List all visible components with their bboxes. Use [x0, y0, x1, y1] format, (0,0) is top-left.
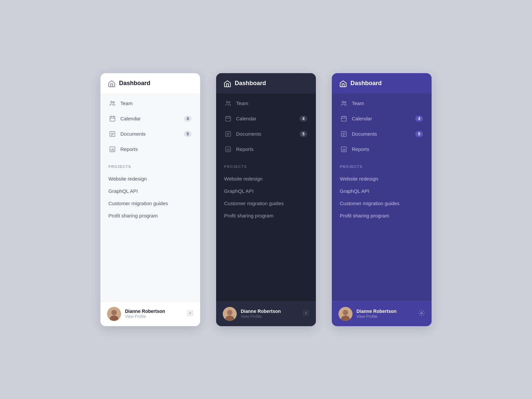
card-body-dark: Team Calendar 4	[216, 93, 316, 326]
nav-item-calendar-light[interactable]: Calendar 4	[104, 111, 196, 126]
calendar-icon-light	[109, 115, 116, 122]
svg-point-35	[305, 312, 307, 314]
nav-item-documents-light[interactable]: Documents 5	[104, 127, 196, 141]
nav-item-team-purple[interactable]: Team	[336, 96, 428, 111]
svg-point-51	[343, 310, 348, 315]
projects-section-dark: PROJECTS Website redesign GraphQL API Cu…	[216, 159, 316, 226]
projects-label-purple: PROJECTS	[340, 165, 424, 169]
nav-item-documents-purple[interactable]: Documents 5	[336, 127, 428, 141]
user-info-purple: Dianne Robertson View Profile	[356, 309, 414, 319]
calendar-label-dark: Calendar	[236, 116, 295, 121]
nav-item-calendar-dark[interactable]: Calendar 4	[220, 111, 312, 126]
svg-point-15	[111, 310, 117, 315]
svg-point-18	[226, 101, 228, 103]
svg-rect-20	[226, 116, 231, 121]
home-icon-purple	[339, 80, 346, 86]
documents-badge-dark: 5	[300, 131, 307, 137]
documents-label-dark: Documents	[236, 131, 295, 137]
calendar-badge-light: 4	[184, 116, 192, 122]
project-item-0-dark[interactable]: Website redesign	[224, 173, 308, 185]
project-item-3-dark[interactable]: Profit sharing program	[224, 209, 308, 222]
calendar-label-purple: Calendar	[352, 116, 411, 121]
nav-list-dark: Team Calendar 4	[216, 93, 316, 159]
spacer-light	[100, 226, 200, 301]
dashboard-item-dark[interactable]: Dashboard	[216, 73, 316, 93]
calendar-icon-purple	[340, 115, 347, 122]
svg-point-17	[190, 312, 191, 314]
nav-item-reports-dark[interactable]: Reports	[220, 142, 312, 157]
nav-item-calendar-purple[interactable]: Calendar 4	[336, 111, 428, 126]
svg-point-53	[421, 312, 423, 314]
footer-purple: Dianne Robertson View Profile	[332, 301, 432, 326]
user-info-dark: Dianne Robertson View Profile	[241, 309, 299, 319]
user-name-purple: Dianne Robertson	[356, 309, 414, 314]
nav-list-light: Team Calendar 4	[100, 93, 200, 159]
svg-point-36	[342, 101, 344, 103]
team-label-light: Team	[120, 100, 192, 106]
documents-icon-dark	[225, 131, 231, 137]
project-item-1-dark[interactable]: GraphQL API	[224, 185, 308, 197]
page-wrapper: Dashboard Team	[80, 53, 452, 346]
user-sub-purple[interactable]: View Profile	[356, 314, 414, 319]
home-icon-dark	[223, 80, 230, 86]
gear-icon-light[interactable]	[187, 310, 194, 318]
calendar-badge-dark: 4	[300, 116, 307, 122]
svg-rect-42	[341, 131, 346, 136]
project-item-2-purple[interactable]: Customer migration guides	[340, 197, 424, 209]
nav-item-reports-purple[interactable]: Reports	[336, 142, 428, 157]
reports-icon-purple	[340, 146, 347, 153]
project-item-2-dark[interactable]: Customer migration guides	[224, 197, 308, 209]
projects-section-light: PROJECTS Website redesign GraphQL API Cu…	[100, 159, 200, 226]
reports-icon-light	[109, 146, 116, 153]
avatar-purple	[338, 307, 352, 321]
team-icon-dark	[225, 100, 231, 107]
nav-list-purple: Team Calendar 4	[332, 93, 432, 159]
gear-icon-purple[interactable]	[418, 310, 425, 318]
svg-point-0	[111, 101, 112, 103]
project-item-1-light[interactable]: GraphQL API	[108, 185, 192, 197]
spacer-dark	[216, 226, 316, 301]
dashboard-item-light[interactable]: Dashboard	[100, 73, 200, 93]
user-info-light: Dianne Robertson View Profile	[125, 309, 183, 319]
nav-item-documents-dark[interactable]: Documents 5	[220, 127, 312, 141]
projects-label-dark: PROJECTS	[224, 165, 308, 169]
avatar-light	[107, 307, 121, 321]
documents-icon-light	[109, 131, 116, 137]
project-item-0-purple[interactable]: Website redesign	[340, 173, 424, 185]
team-label-dark: Team	[236, 100, 307, 106]
documents-label-light: Documents	[120, 131, 179, 137]
project-item-3-purple[interactable]: Profit sharing program	[340, 209, 424, 222]
team-label-purple: Team	[352, 100, 423, 106]
nav-item-team-light[interactable]: Team	[104, 96, 196, 111]
documents-icon-purple	[340, 131, 347, 137]
footer-light: Dianne Robertson View Profile	[100, 301, 200, 326]
nav-item-reports-light[interactable]: Reports	[104, 142, 196, 157]
projects-label-light: PROJECTS	[108, 165, 192, 169]
calendar-badge-purple: 4	[415, 116, 423, 122]
reports-label-dark: Reports	[236, 146, 307, 152]
avatar-dark	[223, 307, 237, 321]
gear-icon-dark[interactable]	[303, 310, 309, 318]
project-item-3-light[interactable]: Profit sharing program	[108, 209, 192, 222]
documents-badge-purple: 5	[415, 131, 423, 137]
user-sub-dark[interactable]: View Profile	[241, 314, 299, 319]
calendar-label-light: Calendar	[120, 116, 179, 121]
documents-label-purple: Documents	[352, 131, 411, 137]
project-item-2-light[interactable]: Customer migration guides	[108, 197, 192, 209]
sidebar-purple: Dashboard Team	[332, 73, 432, 326]
card-body-purple: Team Calendar 4	[332, 93, 432, 326]
user-sub-light[interactable]: View Profile	[125, 314, 183, 319]
dashboard-item-purple[interactable]: Dashboard	[332, 73, 432, 93]
card-body-light: Team Calendar 4	[100, 93, 200, 326]
home-icon-light	[108, 80, 114, 86]
footer-dark: Dianne Robertson View Profile	[216, 301, 316, 326]
svg-point-1	[113, 101, 114, 103]
projects-section-purple: PROJECTS Website redesign GraphQL API Cu…	[332, 159, 432, 226]
nav-item-team-dark[interactable]: Team	[220, 96, 312, 111]
project-item-1-purple[interactable]: GraphQL API	[340, 185, 424, 197]
reports-label-purple: Reports	[352, 146, 423, 152]
dashboard-label-light: Dashboard	[119, 80, 150, 87]
project-item-0-light[interactable]: Website redesign	[108, 173, 192, 185]
dashboard-label-purple: Dashboard	[350, 80, 382, 87]
svg-point-37	[344, 101, 346, 103]
